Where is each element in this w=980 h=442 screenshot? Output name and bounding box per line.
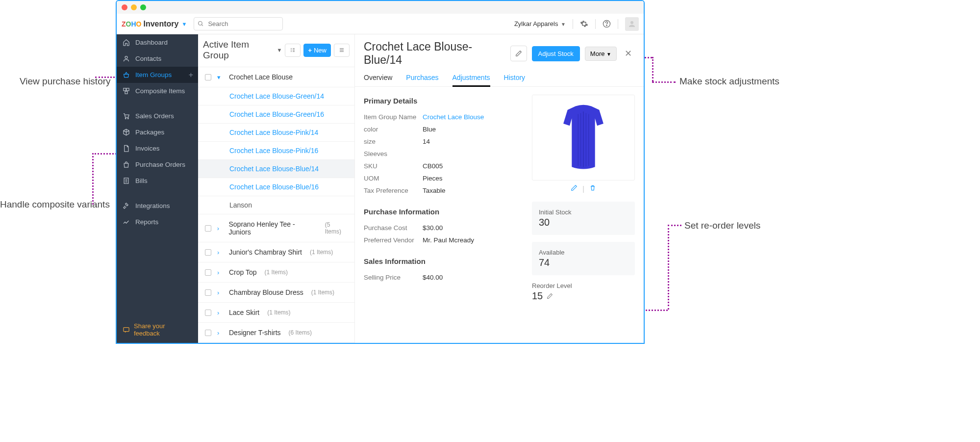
avatar[interactable] (625, 17, 639, 31)
sidebar-item-purchase-orders[interactable]: Purchase Orders (117, 156, 198, 173)
feedback-link[interactable]: Share your feedback (117, 316, 198, 343)
separator (595, 19, 596, 29)
gear-icon[interactable] (580, 20, 588, 28)
group-meta: (5 Items) (325, 221, 348, 235)
kv-key: Purchase Cost (364, 224, 423, 232)
sidebar-item-integrations[interactable]: Integrations (117, 198, 198, 214)
svg-point-4 (630, 21, 633, 24)
org-switcher[interactable]: Zylkar Apparels ▼ (514, 20, 566, 27)
sidebar-item-invoices[interactable]: Invoices (117, 140, 198, 156)
sidebar-item-label: Reports (135, 218, 158, 226)
kv-key: Item Group Name (364, 113, 423, 121)
checkbox[interactable] (205, 225, 211, 232)
checkbox[interactable] (205, 249, 211, 256)
sidebar-item-item-groups[interactable]: Item Groups+ (117, 67, 198, 83)
checkbox[interactable] (205, 269, 211, 276)
kv-key: SKU (364, 162, 423, 170)
sidebar-item-composite-items[interactable]: Composite Items (117, 83, 198, 99)
chevron-right-icon[interactable]: › (217, 309, 223, 316)
sidebar-item-sales-orders[interactable]: Sales Orders (117, 108, 198, 124)
variant-row[interactable]: Crochet Lace Blouse-Blue/14 (198, 160, 354, 178)
new-button[interactable]: +New (303, 44, 331, 57)
sidebar-item-contacts[interactable]: Contacts (117, 51, 198, 67)
window-max-dot[interactable] (140, 4, 146, 10)
group-name: Chambray Blouse Dress (229, 288, 303, 296)
edit-reorder-button[interactable] (547, 293, 553, 299)
chevron-right-icon[interactable]: › (217, 225, 223, 232)
sidebar-item-dashboard[interactable]: Dashboard (117, 34, 198, 51)
help-icon[interactable] (603, 20, 611, 28)
variant-row[interactable]: Crochet Lace Blouse-Pink/14 (198, 124, 354, 142)
kv-value[interactable]: Crochet Lace Blouse (423, 113, 484, 121)
svg-point-5 (125, 56, 127, 59)
group-list: ▾Crochet Lace BlouseCrochet Lace Blouse-… (198, 67, 354, 343)
group-row[interactable]: ›Lace Skirt(1 Items) (198, 303, 354, 323)
group-row[interactable]: ›Designer T-shirts(6 Items) (198, 323, 354, 343)
kv-value: $40.00 (423, 274, 443, 281)
home-icon (123, 39, 130, 46)
add-icon[interactable]: + (189, 71, 193, 79)
chevron-right-icon[interactable]: › (217, 329, 223, 337)
kv-key: size (364, 138, 423, 145)
search-icon (198, 21, 204, 27)
sidebar-item-label: Dashboard (135, 39, 168, 46)
chevron-down-icon[interactable]: ▾ (217, 74, 223, 81)
image-edit-button[interactable] (571, 185, 578, 193)
group-row[interactable]: ›Crop Top(1 Items) (198, 262, 354, 283)
image-delete-button[interactable] (589, 185, 596, 193)
tab-overview[interactable]: Overview (364, 74, 392, 86)
group-row[interactable]: ▾Crochet Lace Blouse (198, 67, 354, 87)
search-wrap (194, 17, 283, 30)
group-row[interactable]: ›Chambray Blouse Dress(1 Items) (198, 283, 354, 303)
separator: | (582, 185, 584, 193)
tab-history[interactable]: History (504, 74, 526, 86)
app-logo[interactable]: ZOHO Inventory ▼ (122, 20, 187, 28)
group-row[interactable]: ›Soprano Henley Tee - Juniors(5 Items) (198, 214, 354, 242)
edit-button[interactable] (510, 46, 527, 61)
variant-row[interactable]: Crochet Lace Blouse-Blue/16 (198, 178, 354, 196)
sidebar-item-label: Purchase Orders (135, 161, 185, 168)
checkbox[interactable] (205, 330, 211, 336)
tree-view-button[interactable] (285, 44, 301, 57)
kv-row: Selling Price$40.00 (364, 271, 517, 284)
list-view-button[interactable] (334, 44, 350, 57)
window-close-dot[interactable] (122, 4, 127, 10)
checkbox[interactable] (205, 289, 211, 296)
feedback-label: Share your feedback (134, 322, 192, 337)
more-button[interactable]: More ▼ (585, 47, 617, 61)
logo-zoho: ZOHO (122, 20, 141, 28)
chevron-down-icon: ▼ (606, 52, 611, 57)
svg-rect-8 (125, 91, 127, 94)
variant-row[interactable]: Lanson (198, 196, 354, 214)
variant-row[interactable]: Crochet Lace Blouse-Pink/16 (198, 142, 354, 160)
sidebar-item-packages[interactable]: Packages (117, 124, 198, 140)
tab-adjustments[interactable]: Adjustments (452, 74, 490, 86)
checkbox[interactable] (205, 310, 211, 316)
basket-icon (123, 71, 130, 78)
tab-purchases[interactable]: Purchases (406, 74, 438, 86)
group-row[interactable]: ›Junior's Chambray Shirt(1 Items) (198, 242, 354, 262)
window-min-dot[interactable] (131, 4, 137, 10)
adjust-stock-button[interactable]: Adjust Stock (532, 46, 580, 61)
chevron-right-icon[interactable]: › (217, 289, 223, 296)
variant-row[interactable]: Crochet Lace Blouse-Green/16 (198, 105, 354, 124)
variant-row[interactable]: Crochet Lace Blouse-Green/14 (198, 87, 354, 105)
group-name: Designer T-shirts (229, 329, 281, 337)
bag-icon (123, 161, 130, 168)
close-icon[interactable]: ✕ (622, 46, 635, 61)
checkbox[interactable] (205, 74, 211, 80)
annotation-line (652, 57, 653, 81)
chevron-right-icon[interactable]: › (217, 249, 223, 256)
panel-title[interactable]: Active Item Group▼ (203, 39, 282, 61)
sidebar-item-reports[interactable]: Reports (117, 214, 198, 230)
detail-tabs: OverviewPurchasesAdjustmentsHistory (355, 70, 644, 87)
chevron-right-icon[interactable]: › (217, 269, 223, 276)
kv-row: Item Group NameCrochet Lace Blouse (364, 111, 517, 123)
sidebar-item-label: Bills (135, 177, 148, 184)
search-input[interactable] (194, 17, 283, 30)
kv-row: Preferred VendorMr. Paul Mcready (364, 234, 517, 246)
sidebar: DashboardContactsItem Groups+Composite I… (117, 34, 198, 343)
kv-key: Tax Preference (364, 187, 423, 194)
sidebar-item-bills[interactable]: Bills (117, 173, 198, 189)
svg-point-3 (606, 25, 607, 26)
